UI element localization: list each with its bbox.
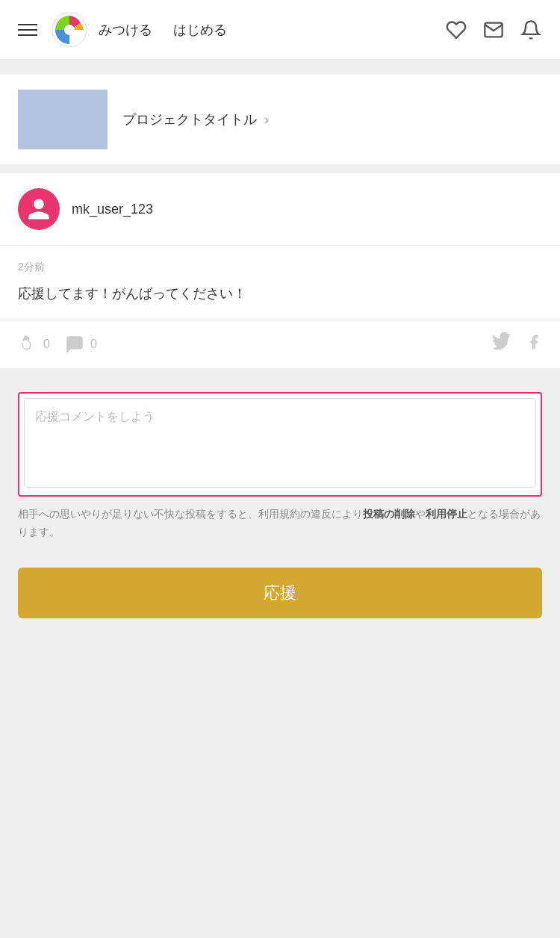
- warning-bold-suspend: 利用停止: [426, 508, 467, 520]
- chevron-right-icon: ›: [264, 112, 269, 128]
- social-share-icons: [491, 332, 542, 356]
- header: みつける はじめる: [0, 0, 560, 60]
- project-title-row: プロジェクトタイトル ›: [122, 111, 269, 128]
- comment-form-wrapper: [18, 392, 542, 497]
- warning-normal-text: 相手への思いやりが足りない不快な投稿をすると、利用規約の違反により: [18, 508, 363, 520]
- project-card[interactable]: プロジェクトタイトル ›: [0, 75, 560, 164]
- comment-form-area: 相手への思いやりが足りない不快な投稿をすると、利用規約の違反により投稿の削除や利…: [0, 377, 560, 556]
- project-title-text: プロジェクトタイトル: [122, 111, 257, 128]
- main-nav: みつける はじめる: [99, 21, 445, 39]
- clap-count: 0: [43, 338, 50, 351]
- header-action-icons: [445, 19, 542, 41]
- facebook-share-icon[interactable]: [526, 334, 542, 355]
- user-info-row: mk_user_123: [0, 173, 560, 246]
- warning-and: や: [415, 508, 426, 520]
- comment-warning-text: 相手への思いやりが足りない不快な投稿をすると、利用規約の違反により投稿の削除や利…: [18, 506, 542, 541]
- comment-time: 2分前: [18, 261, 542, 274]
- nav-hajimeru[interactable]: はじめる: [173, 21, 227, 39]
- comment-actions-bar: 0 0: [0, 320, 560, 368]
- reply-count: 0: [90, 338, 97, 351]
- bell-icon[interactable]: [520, 19, 542, 41]
- submit-button[interactable]: 応援: [18, 568, 542, 618]
- warning-bold-delete: 投稿の削除: [363, 508, 415, 520]
- svg-point-1: [64, 25, 75, 35]
- heart-icon[interactable]: [445, 19, 467, 41]
- comment-text: 応援してます！がんばってください！: [18, 283, 542, 305]
- main-content: プロジェクトタイトル › mk_user_123 2分前 応援してます！がんばっ…: [0, 60, 560, 656]
- username: mk_user_123: [72, 202, 153, 217]
- menu-button[interactable]: [18, 24, 37, 36]
- avatar: [18, 188, 60, 230]
- twitter-share-icon[interactable]: [491, 332, 511, 356]
- project-thumbnail: [18, 90, 108, 149]
- nav-mitsukeru[interactable]: みつける: [99, 21, 152, 39]
- comment-section: mk_user_123 2分前 応援してます！がんばってください！ 0 0: [0, 173, 560, 368]
- clap-button[interactable]: 0: [18, 335, 50, 354]
- comment-body: 2分前 応援してます！がんばってください！: [0, 246, 560, 320]
- mail-icon[interactable]: [482, 19, 505, 41]
- reply-button[interactable]: 0: [65, 335, 97, 354]
- comment-input[interactable]: [24, 398, 536, 488]
- logo[interactable]: [52, 13, 87, 47]
